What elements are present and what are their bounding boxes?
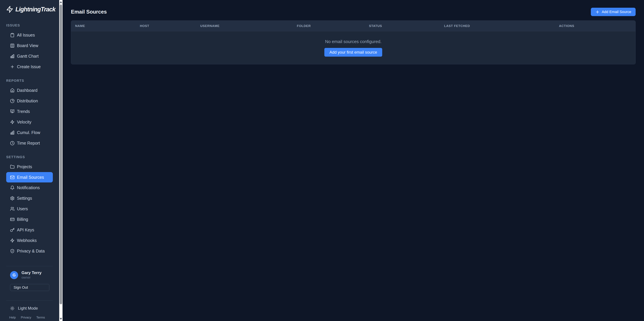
mail-icon (10, 175, 14, 180)
email-sources-table-card: NAME HOST USERNAME FOLDER STATUS LAST FE… (71, 20, 636, 64)
sidebar-item-distribution[interactable]: Distribution (6, 96, 53, 106)
sidebar-item-label: Notifications (17, 185, 40, 190)
plus-icon (595, 10, 600, 14)
sidebar-item-settings[interactable]: Settings (6, 193, 53, 204)
column-header-host: HOST (140, 24, 200, 28)
column-header-name: NAME (75, 24, 140, 28)
sidebar-item-label: API Keys (17, 228, 34, 232)
scrollbar-up-arrow[interactable] (60, 1, 62, 3)
sidebar-bottom: G Gary Terry owner Sign Out Light Mode H… (0, 259, 59, 321)
sidebar-item-label: Gantt Chart (17, 54, 38, 59)
lightning-bolt-icon (10, 120, 14, 124)
sidebar-item-label: Trends (17, 109, 30, 114)
sidebar-item-label: Settings (17, 196, 32, 201)
user-name: Gary Terry (22, 270, 42, 275)
folder-icon (10, 165, 14, 169)
user-role: owner (22, 275, 42, 280)
sidebar-item-notifications[interactable]: Notifications (6, 182, 53, 193)
sidebar-item-webhooks[interactable]: Webhooks (6, 235, 53, 246)
sidebar-nav: ISSUES All Issues Board View Gantt Chart… (0, 19, 59, 256)
app-logo[interactable]: LightningTrack (0, 0, 59, 19)
sidebar-item-users[interactable]: Users (6, 204, 53, 214)
sun-icon (10, 306, 14, 311)
bar-chart-icon (10, 130, 14, 135)
table-header-row: NAME HOST USERNAME FOLDER STATUS LAST FE… (71, 20, 636, 31)
add-first-email-source-button[interactable]: Add your first email source (324, 48, 382, 57)
main-content: Email Sources Add Email Source NAME HOST… (62, 0, 644, 321)
sidebar-item-label: Create Issue (17, 64, 41, 69)
add-email-source-label: Add Email Source (602, 10, 631, 14)
sidebar-scrollbar[interactable] (59, 0, 62, 321)
credit-card-icon (10, 217, 14, 222)
page-title: Email Sources (71, 9, 107, 15)
sidebar-item-label: Board View (17, 43, 38, 48)
sidebar-item-create-issue[interactable]: Create Issue (6, 61, 53, 72)
sidebar-item-velocity[interactable]: Velocity (6, 117, 53, 127)
sidebar-item-all-issues[interactable]: All Issues (6, 30, 53, 40)
column-header-last-fetched: LAST FETCHED (444, 24, 559, 28)
empty-state-message: No email sources configured. (325, 39, 382, 44)
clipboard-icon (10, 33, 14, 37)
sidebar-item-cumul-flow[interactable]: Cumul. Flow (6, 127, 53, 138)
theme-toggle[interactable]: Light Mode (6, 306, 53, 311)
bar-chart-icon (10, 54, 14, 58)
scrollbar-thumb[interactable] (60, 4, 62, 304)
sidebar-item-label: Privacy & Data (17, 249, 44, 254)
sidebar-item-gantt-chart[interactable]: Gantt Chart (6, 51, 53, 61)
theme-toggle-label: Light Mode (18, 306, 38, 311)
sidebar-item-label: Email Sources (17, 175, 44, 180)
sidebar-item-label: Time Report (17, 141, 40, 146)
sign-out-button[interactable]: Sign Out (10, 284, 49, 291)
sidebar: LightningTrack ISSUES All Issues Board V… (0, 0, 59, 321)
sidebar-item-label: Projects (17, 164, 32, 169)
sidebar-item-trends[interactable]: Trends (6, 106, 53, 117)
nav-section-reports: REPORTS (6, 79, 53, 83)
pie-chart-icon (10, 99, 14, 103)
key-icon (10, 228, 14, 232)
shield-check-icon (10, 249, 14, 253)
sidebar-item-dashboard[interactable]: Dashboard (6, 85, 53, 96)
sidebar-item-label: Webhooks (17, 238, 37, 243)
scrollbar-down-arrow[interactable] (60, 318, 62, 320)
nav-section-settings: SETTINGS (6, 155, 53, 159)
sidebar-item-label: Billing (17, 217, 28, 222)
footer-link-privacy[interactable]: Privacy (21, 316, 31, 319)
sidebar-item-billing[interactable]: Billing (6, 214, 53, 225)
sidebar-item-time-report[interactable]: Time Report (6, 138, 53, 148)
sidebar-item-privacy-data[interactable]: Privacy & Data (6, 246, 53, 256)
column-header-status: STATUS (369, 24, 444, 28)
sidebar-item-projects[interactable]: Projects (6, 162, 53, 172)
footer-link-help[interactable]: Help (9, 316, 16, 319)
sidebar-item-label: Velocity (17, 120, 31, 124)
gear-icon (10, 196, 14, 201)
lightning-bolt-icon (10, 238, 14, 243)
board-columns-icon (10, 43, 14, 48)
sidebar-item-label: Cumul. Flow (17, 130, 40, 135)
user-profile: G Gary Terry owner (6, 270, 53, 280)
footer-link-terms[interactable]: Terms (36, 316, 45, 319)
plus-icon (10, 64, 14, 69)
column-header-folder: FOLDER (297, 24, 369, 28)
sidebar-item-label: Dashboard (17, 88, 38, 93)
presentation-chart-icon (10, 109, 14, 114)
sidebar-item-label: All Issues (17, 33, 35, 37)
app-screen: LightningTrack ISSUES All Issues Board V… (0, 0, 644, 321)
clock-icon (10, 141, 14, 145)
sidebar-item-board-view[interactable]: Board View (6, 40, 53, 51)
page-header: Email Sources Add Email Source (71, 7, 636, 16)
sidebar-item-label: Distribution (17, 98, 38, 103)
home-icon (10, 88, 14, 93)
app-title: LightningTrack (16, 6, 55, 13)
column-header-username: USERNAME (200, 24, 297, 28)
add-email-source-button[interactable]: Add Email Source (591, 8, 636, 16)
lightning-bolt-icon (6, 4, 14, 14)
bell-icon (10, 185, 14, 190)
column-header-actions: ACTIONS (559, 24, 636, 28)
users-icon (10, 207, 14, 211)
sidebar-item-label: Users (17, 206, 28, 211)
empty-state: No email sources configured. Add your fi… (71, 31, 636, 64)
divider (6, 266, 53, 266)
avatar: G (10, 271, 18, 279)
sidebar-item-email-sources[interactable]: Email Sources (6, 172, 53, 182)
sidebar-item-api-keys[interactable]: API Keys (6, 225, 53, 235)
